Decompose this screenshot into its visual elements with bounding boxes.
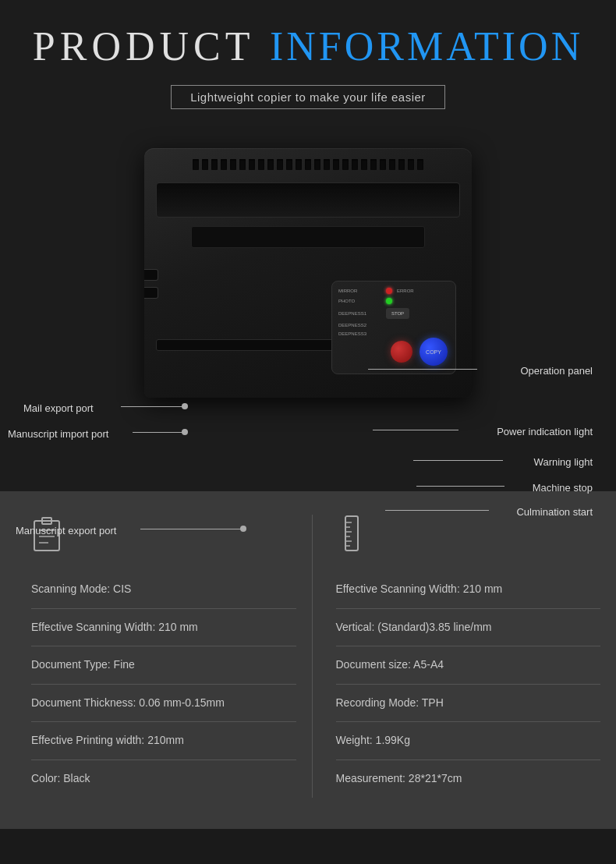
specs-left-column: Scanning Mode: CIS Effective Scanning Wi… <box>0 515 313 798</box>
ruler-icon <box>336 515 367 552</box>
panel-row-mirror: MIRROR ERROR <box>338 288 449 294</box>
vent-area <box>191 158 425 172</box>
vent-slit <box>324 159 330 170</box>
vent-slit <box>258 159 264 170</box>
vent-slit <box>389 159 395 170</box>
left-port-2 <box>144 287 158 299</box>
mirror-label: MIRROR <box>338 289 381 293</box>
device-body: MIRROR ERROR PHOTO DEEPNESS1 STOP <box>144 148 472 398</box>
vent-slit <box>370 159 377 170</box>
vent-slit <box>239 159 246 170</box>
subtitle-badge: Lightweight copier to make your life eas… <box>171 85 445 109</box>
spec-row-scanning-mode: Scanning Mode: CIS <box>31 571 296 609</box>
spec-row-weight: Weight: 1.99Kg <box>336 722 601 760</box>
spec-label: Document size: A5-A4 <box>336 658 444 671</box>
line-operation-panel <box>368 369 477 370</box>
bottom-section: Scanning Mode: CIS Effective Scanning Wi… <box>0 491 616 829</box>
spec-row-measurement: Measurement: 28*21*7cm <box>336 760 601 798</box>
spec-row-document-type: Document Type: Fine <box>31 646 296 685</box>
callout-machine-stop: Machine stop <box>533 482 593 494</box>
error-dot <box>386 288 392 294</box>
spec-label: Document Thickness: 0.06 mm-0.15mm <box>31 696 225 709</box>
spec-row-vertical: Vertical: (Standard)3.85 line/mm <box>336 609 601 647</box>
callout-manuscript-import: Manuscript import port <box>8 428 108 440</box>
vent-slit <box>286 159 292 170</box>
callout-mail-export: Mail export port <box>23 402 94 414</box>
callout-warning-light: Warning light <box>534 456 593 468</box>
line-manuscript-export <box>140 529 242 529</box>
deepness3-label: DEEPNESS3 <box>338 331 381 336</box>
dot-manuscript-export <box>240 526 246 532</box>
device: MIRROR ERROR PHOTO DEEPNESS1 STOP <box>144 148 472 429</box>
panel-row-photo: PHOTO <box>338 298 449 304</box>
line-power-light <box>373 430 458 430</box>
line-warning-light <box>413 460 503 461</box>
spec-label: Effective Scanning Width: 210 mm <box>336 582 503 595</box>
callout-operation-panel: Operation panel <box>520 365 593 377</box>
callout-power-light: Power indication light <box>497 426 593 437</box>
spec-row-doc-thickness: Document Thickness: 0.06 mm-0.15mm <box>31 685 296 723</box>
panel-row-deepness2: DEEPNESS2 <box>338 323 449 328</box>
spec-label: Recording Mode: TPH <box>336 696 444 709</box>
vent-slit <box>333 159 339 170</box>
vent-slit <box>249 159 255 170</box>
line-manuscript-import <box>133 432 183 433</box>
left-port-1 <box>144 269 158 281</box>
power-dot <box>386 298 392 304</box>
line-mail-export <box>121 406 183 407</box>
vent-slit <box>398 159 405 170</box>
title-area: PRODUCT INFORMATION <box>0 16 616 85</box>
line-culmination <box>385 510 489 511</box>
vent-slit <box>342 159 349 170</box>
spec-label: Measurement: 28*21*7cm <box>336 772 462 784</box>
photo-label: PHOTO <box>338 299 381 303</box>
vent-slit <box>380 159 386 170</box>
vent-slit <box>202 159 208 170</box>
dot-manuscript-import <box>182 429 188 435</box>
vent-slit <box>408 159 414 170</box>
deepness2-label: DEEPNESS2 <box>338 323 381 328</box>
vent-slit <box>417 159 423 170</box>
vent-slit <box>314 159 320 170</box>
spec-label: Color: Black <box>31 772 90 784</box>
stop-button[interactable]: STOP <box>386 308 409 319</box>
power-button[interactable] <box>391 341 412 363</box>
spec-row-print-width: Effective Printing width: 210mm <box>31 722 296 760</box>
callout-culmination: Culmination start <box>516 506 593 518</box>
paper-input-slot <box>156 182 460 218</box>
callout-manuscript-export: Manuscript export port <box>16 525 116 536</box>
spec-label: Effective Printing width: 210mm <box>31 734 184 746</box>
spec-label: Effective Scanning Width: 210 mm <box>31 621 198 633</box>
specs-right-column: Effective Scanning Width: 210 mm Vertica… <box>313 515 617 798</box>
spec-row-color: Color: Black <box>31 760 296 798</box>
vent-slit <box>230 159 236 170</box>
subtitle-container: Lightweight copier to make your life eas… <box>0 85 616 117</box>
spec-row-eff-scan-width: Effective Scanning Width: 210 mm <box>336 571 601 609</box>
top-section: PRODUCT INFORMATION Lightweight copier t… <box>0 0 616 491</box>
spec-row-scanning-width: Effective Scanning Width: 210 mm <box>31 609 296 647</box>
vent-slit <box>277 159 283 170</box>
title-information: INFORMATION <box>270 24 583 69</box>
line-machine-stop <box>416 486 504 487</box>
vent-slit <box>352 159 358 170</box>
spec-label: Scanning Mode: CIS <box>31 582 131 595</box>
control-panel: MIRROR ERROR PHOTO DEEPNESS1 STOP <box>331 281 456 374</box>
vent-slit <box>305 159 311 170</box>
panel-row-deepness1: DEEPNESS1 STOP <box>338 308 449 319</box>
vent-slit <box>211 159 218 170</box>
spec-label: Document Type: Fine <box>31 658 135 671</box>
vent-slit <box>296 159 302 170</box>
deepness1-label: DEEPNESS1 <box>338 311 381 316</box>
copy-button[interactable]: COPY <box>420 338 448 366</box>
title-product: PRODUCT <box>33 24 255 69</box>
vent-slit <box>221 159 227 170</box>
vent-slit <box>267 159 274 170</box>
product-area: MIRROR ERROR PHOTO DEEPNESS1 STOP <box>0 133 616 468</box>
vent-slit <box>361 159 367 170</box>
vent-slit <box>193 159 199 170</box>
spec-label: Weight: 1.99Kg <box>336 734 410 746</box>
error-label: ERROR <box>397 289 414 293</box>
spec-row-doc-size: Document size: A5-A4 <box>336 646 601 685</box>
panel-row-deepness3: DEEPNESS3 <box>338 331 449 336</box>
spec-label: Vertical: (Standard)3.85 line/mm <box>336 621 492 633</box>
